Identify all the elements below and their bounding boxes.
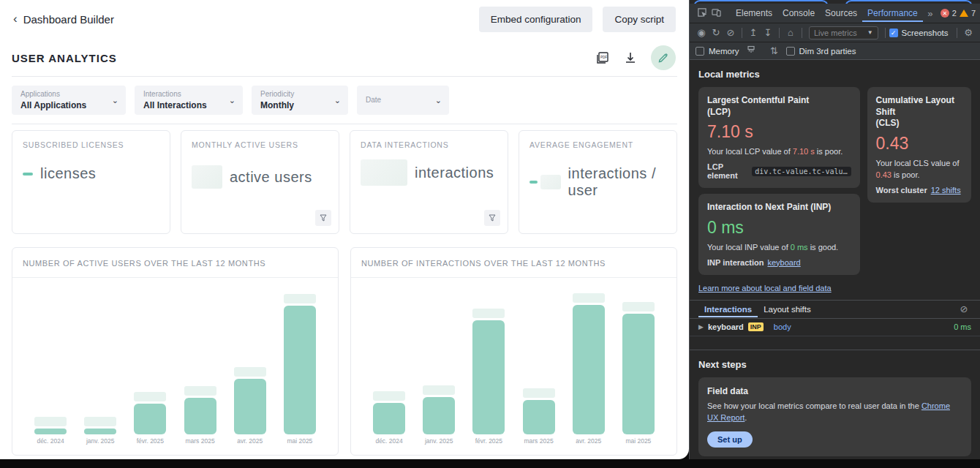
bar[interactable] xyxy=(234,379,266,434)
upload-profile-icon[interactable]: ↥ xyxy=(746,27,761,38)
record-icon[interactable]: ◉ xyxy=(694,27,709,38)
issues-badges[interactable]: ✕ 2 7 xyxy=(941,9,976,18)
history-select[interactable]: Live metrics ▼ xyxy=(809,26,878,39)
bar[interactable] xyxy=(573,305,605,434)
save-profile-icon[interactable]: ↧ xyxy=(761,27,775,38)
reload-record-icon[interactable]: ↻ xyxy=(709,27,723,38)
bar-column[interactable] xyxy=(181,386,219,434)
bar-column[interactable] xyxy=(370,391,408,434)
kpi-filter-button[interactable] xyxy=(315,210,331,226)
kpi-filter-button[interactable] xyxy=(484,210,500,226)
clear-icon[interactable]: ⊘ xyxy=(723,27,738,38)
performance-toolbar: ◉ ↻ ⊘ ↥ ↧ ⌂ Live metrics ▼ ✓ Screenshots… xyxy=(690,23,980,42)
bar-column[interactable] xyxy=(619,302,657,434)
bar-column[interactable] xyxy=(231,367,269,434)
clear-log-icon[interactable]: ⊘ xyxy=(957,303,971,314)
lcp-card: Largest Contentful Paint (LCP) 7.10 s Yo… xyxy=(698,87,860,188)
set-up-button[interactable]: Set up xyxy=(707,431,753,448)
x-axis-labels: déc. 2024janv. 2025févr. 2025mars 2025av… xyxy=(26,437,325,445)
bar-hover-cap xyxy=(34,417,67,426)
filter-periodicity[interactable]: Periodicity Monthly ⌄ xyxy=(252,86,348,115)
back-link[interactable]: ‹ Dashboard Builder xyxy=(13,12,114,26)
x-axis-tick-label: déc. 2024 xyxy=(370,437,408,445)
bar[interactable] xyxy=(472,320,505,434)
bar[interactable] xyxy=(423,397,455,434)
embed-configuration-button[interactable]: Embed configuration xyxy=(479,7,593,32)
filter-date[interactable]: Date ⌄ xyxy=(357,86,449,115)
copy-script-button[interactable]: Copy script xyxy=(603,7,676,32)
back-chevron-icon: ‹ xyxy=(13,12,18,26)
bar[interactable] xyxy=(34,429,67,434)
filter-value: Monthly xyxy=(260,99,294,111)
x-axis-tick-label: avr. 2025 xyxy=(570,437,608,445)
tab-interactions[interactable]: Interactions xyxy=(698,301,758,317)
filter-value: All Applications xyxy=(20,99,86,111)
inp-title: Interaction to Next Paint (INP) xyxy=(707,202,851,214)
chevron-down-icon: ⌄ xyxy=(334,96,341,105)
bar-column[interactable] xyxy=(81,417,119,434)
bar-hover-cap xyxy=(573,293,605,303)
capture-settings-gear-icon[interactable]: ⚙ xyxy=(961,27,976,38)
garbage-collect-icon[interactable] xyxy=(744,45,758,56)
bar-column[interactable] xyxy=(420,385,458,434)
collapse-panel-icon[interactable]: ⇅ xyxy=(767,45,782,56)
download-icon[interactable] xyxy=(623,50,638,65)
bar-column[interactable] xyxy=(31,417,69,434)
bar-hover-cap xyxy=(622,302,655,312)
funnel-icon xyxy=(489,214,496,222)
inspect-icon[interactable] xyxy=(694,7,709,19)
bar-column[interactable] xyxy=(470,309,508,434)
dashboard-builder-app: ‹ Dashboard Builder Embed configuration … xyxy=(0,0,689,459)
devtools-tabbar: Elements Console Sources Performance » ✕… xyxy=(690,4,980,23)
learn-more-link[interactable]: Learn more about local and field data xyxy=(698,284,832,292)
home-icon[interactable]: ⌂ xyxy=(783,27,798,38)
more-tabs-icon[interactable]: » xyxy=(923,8,938,19)
bar-column[interactable] xyxy=(520,388,558,434)
bar-column[interactable] xyxy=(281,294,319,434)
tab-layout-shifts[interactable]: Layout shifts xyxy=(758,301,817,317)
lcp-element-chip[interactable]: div.tc-value.tc-value--w… xyxy=(752,167,851,176)
interaction-name: keyboard xyxy=(708,322,744,331)
filter-interactions[interactable]: Interactions All Interactions ⌄ xyxy=(135,86,243,115)
filter-applications[interactable]: Applications All Applications ⌄ xyxy=(12,86,126,115)
local-metrics-heading: Local metrics xyxy=(698,69,971,80)
dim-3rd-parties-checkbox[interactable] xyxy=(786,47,795,56)
bar[interactable] xyxy=(622,314,655,434)
bar[interactable] xyxy=(523,400,555,434)
bar[interactable] xyxy=(134,404,166,434)
tab-console[interactable]: Console xyxy=(777,4,820,22)
bar[interactable] xyxy=(284,306,316,434)
bar[interactable] xyxy=(373,403,405,434)
filter-label: Periodicity xyxy=(260,89,294,99)
bar[interactable] xyxy=(184,398,216,434)
legend-dash-icon xyxy=(23,173,33,176)
interaction-log-row[interactable]: ▶ keyboard INP body 0 ms xyxy=(690,319,980,336)
bar[interactable] xyxy=(84,429,116,434)
cls-cluster-link[interactable]: 12 shifts xyxy=(931,186,961,195)
lcp-desc: Your local LCP value of xyxy=(707,147,793,156)
expand-triangle-icon[interactable]: ▶ xyxy=(698,323,704,331)
field-data-card: Field data See how your local metrics co… xyxy=(698,377,971,456)
tab-sources[interactable]: Sources xyxy=(820,4,862,22)
device-toolbar-icon[interactable] xyxy=(709,7,723,19)
memory-checkbox[interactable] xyxy=(696,47,704,56)
tab-elements[interactable]: Elements xyxy=(731,4,777,22)
lcp-desc-value: 7.10 s xyxy=(793,147,815,156)
interaction-target-link[interactable]: body xyxy=(774,322,791,331)
bar-column[interactable] xyxy=(131,392,169,434)
export-pdf-icon[interactable]: PDF xyxy=(595,50,610,65)
inp-card: Interaction to Next Paint (INP) 0 ms You… xyxy=(698,194,860,275)
divider xyxy=(690,350,980,350)
edit-dashboard-button[interactable] xyxy=(651,45,676,70)
lcp-abbr: (LCP) xyxy=(707,107,731,117)
page-title: USER ANALYTICS xyxy=(12,52,117,64)
inp-interaction-link[interactable]: keyboard xyxy=(767,258,800,267)
tab-performance[interactable]: Performance xyxy=(862,4,923,22)
filter-bar: Applications All Applications ⌄ Interact… xyxy=(0,77,689,124)
screenshots-checkbox[interactable]: ✓ xyxy=(889,29,898,37)
chevron-down-icon: ⌄ xyxy=(435,96,442,105)
x-axis-tick-label: févr. 2025 xyxy=(131,437,169,445)
bar-column[interactable] xyxy=(570,293,608,434)
kpi-value-label: interactions / user xyxy=(568,165,666,199)
kpi-monthly-active-users: MONTHLY ACTIVE USERS active users xyxy=(181,130,339,234)
